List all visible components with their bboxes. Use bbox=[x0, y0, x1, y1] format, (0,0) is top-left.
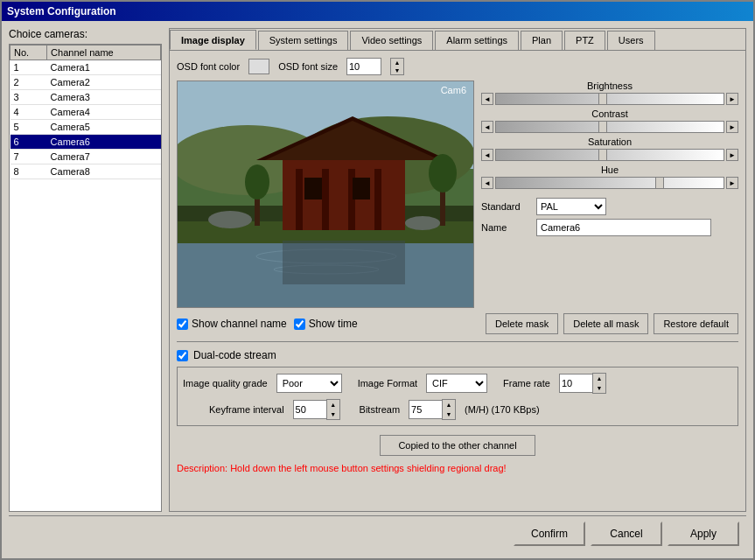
copy-to-channel-button[interactable]: Copied to the other channel bbox=[380, 435, 535, 456]
standard-select[interactable]: PAL NTSC bbox=[536, 198, 606, 215]
camera-name: Camera5 bbox=[47, 120, 161, 135]
tab-content-image-display: OSD font color OSD font size ▲ ▼ bbox=[170, 51, 745, 511]
brightness-group: Brightness ◄ ► bbox=[481, 80, 738, 105]
svg-point-18 bbox=[208, 211, 252, 228]
keyframe-interval-input[interactable] bbox=[293, 400, 326, 419]
bitstream-input[interactable] bbox=[409, 400, 442, 419]
camera-name: Camera1 bbox=[47, 60, 161, 75]
camera-no: 6 bbox=[10, 135, 47, 150]
camera-no: 8 bbox=[10, 164, 47, 179]
contrast-right-arrow[interactable]: ► bbox=[726, 121, 738, 133]
apply-button[interactable]: Apply bbox=[668, 522, 739, 546]
delete-mask-button[interactable]: Delete mask bbox=[486, 313, 558, 334]
saturation-thumb[interactable] bbox=[598, 149, 607, 161]
tab-plan[interactable]: Plan bbox=[521, 31, 563, 50]
image-format-select[interactable]: CIF D1 HD1 bbox=[426, 374, 487, 393]
keyframe-down-btn[interactable]: ▼ bbox=[327, 410, 339, 419]
contrast-label: Contrast bbox=[481, 108, 738, 119]
frame-rate-down-btn[interactable]: ▼ bbox=[593, 383, 605, 393]
camera-no: 4 bbox=[10, 105, 47, 120]
camera-name: Camera6 bbox=[47, 135, 161, 150]
image-quality-label: Image quality grade bbox=[183, 378, 268, 388]
saturation-label: Saturation bbox=[481, 136, 738, 147]
confirm-button[interactable]: Confirm bbox=[514, 522, 585, 546]
table-row[interactable]: 5Camera5 bbox=[10, 120, 161, 135]
bitstream-down-btn[interactable]: ▼ bbox=[443, 410, 455, 419]
show-channel-checkbox-group: Show channel name bbox=[177, 318, 287, 330]
main-content: Choice cameras: No. Channel name 1Camera… bbox=[9, 28, 746, 512]
contrast-left-arrow[interactable]: ◄ bbox=[481, 121, 493, 133]
copy-btn-row: Copied to the other channel bbox=[177, 435, 738, 456]
table-row[interactable]: 7Camera7 bbox=[10, 150, 161, 164]
dual-code-stream-checkbox[interactable] bbox=[177, 350, 188, 361]
tab-alarm-settings[interactable]: Alarm settings bbox=[435, 31, 519, 50]
tab-users[interactable]: Users bbox=[607, 31, 655, 50]
hue-slider-row: ◄ ► bbox=[481, 177, 738, 189]
bottom-bar: Confirm Cancel Apply bbox=[9, 515, 746, 551]
contrast-track[interactable] bbox=[495, 121, 724, 133]
saturation-left-arrow[interactable]: ◄ bbox=[481, 149, 493, 161]
table-row[interactable]: 1Camera1 bbox=[10, 60, 161, 75]
camera-table: No. Channel name 1Camera12Camera23Camera… bbox=[9, 44, 162, 512]
svg-rect-8 bbox=[296, 169, 303, 230]
window-body: Choice cameras: No. Channel name 1Camera… bbox=[2, 21, 753, 558]
show-time-checkbox[interactable] bbox=[294, 318, 305, 330]
hue-thumb[interactable] bbox=[655, 177, 664, 189]
table-row[interactable]: 6Camera6 bbox=[10, 135, 161, 150]
osd-font-color-swatch[interactable] bbox=[248, 59, 269, 74]
image-quality-select[interactable]: Poor Normal Good bbox=[276, 374, 342, 393]
mask-buttons: Delete mask Delete all mask Restore defa… bbox=[486, 313, 738, 334]
hue-group: Hue ◄ ► bbox=[481, 164, 738, 189]
osd-font-size-input[interactable] bbox=[346, 58, 381, 75]
camera-no: 1 bbox=[10, 60, 47, 75]
divider-1 bbox=[177, 341, 738, 342]
brightness-track[interactable] bbox=[495, 93, 724, 105]
hue-left-arrow[interactable]: ◄ bbox=[481, 177, 493, 189]
saturation-right-arrow[interactable]: ► bbox=[726, 149, 738, 161]
name-input[interactable] bbox=[536, 219, 711, 236]
table-row[interactable]: 2Camera2 bbox=[10, 75, 161, 90]
brightness-right-arrow[interactable]: ► bbox=[726, 93, 738, 105]
restore-default-button[interactable]: Restore default bbox=[654, 313, 738, 334]
camera-no: 5 bbox=[10, 120, 47, 135]
delete-all-mask-button[interactable]: Delete all mask bbox=[563, 313, 648, 334]
keyframe-up-btn[interactable]: ▲ bbox=[327, 400, 339, 410]
standard-label: Standard bbox=[481, 201, 529, 212]
tab-video-settings[interactable]: Video settings bbox=[350, 31, 433, 50]
choice-cameras-label: Choice cameras: bbox=[9, 28, 162, 40]
contrast-thumb[interactable] bbox=[598, 121, 607, 133]
camera-list-table: No. Channel name 1Camera12Camera23Camera… bbox=[10, 45, 161, 179]
bitstream-spinner-btns: ▲ ▼ bbox=[442, 399, 456, 420]
osd-size-down-btn[interactable]: ▼ bbox=[391, 66, 403, 74]
hue-label: Hue bbox=[481, 164, 738, 175]
saturation-group: Saturation ◄ ► bbox=[481, 136, 738, 161]
tab-image-display[interactable]: Image display bbox=[170, 30, 256, 50]
hue-right-arrow[interactable]: ► bbox=[726, 177, 738, 189]
preview-area: Cam6 bbox=[177, 80, 474, 308]
table-row[interactable]: 8Camera8 bbox=[10, 164, 161, 179]
garden-svg bbox=[178, 81, 474, 308]
tab-system-settings[interactable]: System settings bbox=[258, 31, 349, 50]
brightness-thumb[interactable] bbox=[598, 93, 607, 105]
middle-row: Cam6 Brightness ◄ bbox=[177, 80, 738, 308]
brightness-left-arrow[interactable]: ◄ bbox=[481, 93, 493, 105]
osd-font-size-spinner[interactable]: ▲ ▼ bbox=[390, 58, 404, 75]
frame-rate-label: Frame rate bbox=[503, 378, 550, 388]
tab-ptz[interactable]: PTZ bbox=[564, 31, 605, 50]
saturation-track[interactable] bbox=[495, 149, 724, 161]
show-channel-name-checkbox[interactable] bbox=[177, 318, 188, 330]
cancel-button[interactable]: Cancel bbox=[591, 522, 662, 546]
hue-track[interactable] bbox=[495, 177, 724, 189]
bitstream-unit-label: (M/H) (170 KBps) bbox=[465, 404, 540, 415]
dual-code-stream-label: Dual-code stream bbox=[193, 349, 276, 361]
table-row[interactable]: 4Camera4 bbox=[10, 105, 161, 120]
svg-point-17 bbox=[429, 154, 457, 192]
frame-rate-up-btn[interactable]: ▲ bbox=[593, 374, 605, 383]
right-panel: Image displaySystem settingsVideo settin… bbox=[169, 28, 746, 512]
frame-rate-input[interactable] bbox=[559, 374, 592, 393]
system-configuration-window: System Configuration Choice cameras: No.… bbox=[0, 0, 755, 560]
table-row[interactable]: 3Camera3 bbox=[10, 90, 161, 105]
svg-point-15 bbox=[245, 164, 269, 200]
bitstream-up-btn[interactable]: ▲ bbox=[443, 400, 455, 410]
osd-size-up-btn[interactable]: ▲ bbox=[391, 59, 403, 66]
